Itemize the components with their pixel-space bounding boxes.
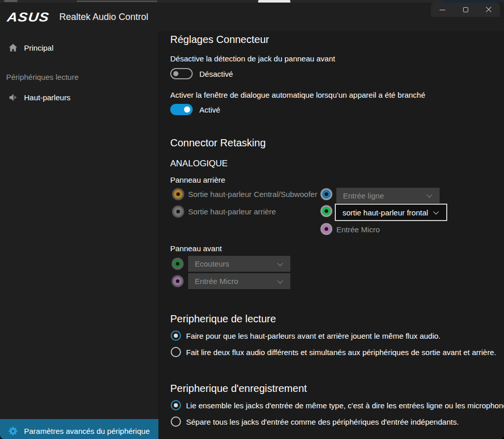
chevron-down-icon xyxy=(277,277,283,283)
line-in-dropdown[interactable]: Entrée ligne xyxy=(336,188,440,203)
sidebar: Principal Périphériques lecture Haut-par… xyxy=(0,31,158,439)
sidebar-item-label: Principal xyxy=(24,43,54,52)
maximize-icon xyxy=(463,7,468,12)
gear-icon xyxy=(7,425,18,436)
sidebar-item-label: Haut-parleurs xyxy=(24,93,71,102)
maximize-button[interactable] xyxy=(454,3,477,17)
toggle-knob xyxy=(184,106,190,113)
section-title-connector-settings: Réglages Connecteur xyxy=(170,34,269,46)
asus-logo: ASUS xyxy=(6,10,50,25)
jack-icon-center-subwoofer xyxy=(172,188,184,200)
subsection-analogique: ANALOGIQUE xyxy=(170,159,227,169)
auto-dialog-toggle[interactable] xyxy=(170,104,193,115)
sidebar-item-speakers[interactable]: Haut-parleurs xyxy=(0,86,158,108)
front-mic-dropdown[interactable]: Entrée Micro xyxy=(188,273,290,289)
rear-jack-label: Sortie haut-parleur Central/Subwoofer xyxy=(188,190,317,199)
rear-jack-label: Sortie haut-parleur arrière xyxy=(188,207,276,216)
background-text-fragment xyxy=(77,1,157,2)
screen: ASUS Realtek Audio Control Principal Pér… xyxy=(0,0,504,439)
sidebar-item-advanced-settings[interactable]: Paramètres avancés du périphérique xyxy=(0,419,158,439)
jack-icon-mic-in xyxy=(320,223,332,235)
chevron-down-icon xyxy=(426,192,432,197)
playback-option-1-radio[interactable] xyxy=(171,331,181,341)
recording-option-1-label: Lie ensemble les jacks d'entrée de même … xyxy=(186,401,504,410)
playback-option-2-radio[interactable] xyxy=(171,347,181,357)
realtek-audio-control-window: ASUS Realtek Audio Control Principal Pér… xyxy=(0,3,504,439)
jack-icon-line-in xyxy=(320,188,332,200)
section-title-recording-device: Peripherique d'enregistrement xyxy=(170,383,307,394)
jack-icon-headphones xyxy=(172,258,184,270)
speaker-icon xyxy=(7,92,18,103)
sidebar-item-principal[interactable]: Principal xyxy=(0,36,158,59)
rear-panel-label: Panneau arrière xyxy=(170,175,225,184)
home-icon xyxy=(7,42,18,53)
mic-in-label: Entrée Micro xyxy=(336,225,380,234)
close-button[interactable] xyxy=(477,3,500,17)
jack-detection-label: Désactive la détection de jack du pannea… xyxy=(170,54,335,63)
jack-icon-front-speaker-out xyxy=(320,205,332,217)
recording-option-1-radio[interactable] xyxy=(171,400,181,410)
sidebar-section-playback-devices: Périphériques lecture xyxy=(6,73,79,81)
window-controls xyxy=(431,3,500,17)
auto-dialog-state: Activé xyxy=(199,105,220,114)
section-title-connector-retasking: Connector Retasking xyxy=(170,137,266,149)
chevron-down-icon xyxy=(433,209,439,214)
title-bar: ASUS Realtek Audio Control xyxy=(0,3,504,31)
front-speaker-out-dropdown[interactable]: sortie haut-parleur frontal xyxy=(335,204,447,221)
section-title-playback-device: Peripherique de lecture xyxy=(170,313,276,325)
chevron-down-icon xyxy=(277,260,283,266)
jack-detection-state: Désactivé xyxy=(199,70,233,78)
toggle-knob xyxy=(173,71,178,76)
window-title: Realtek Audio Control xyxy=(59,12,148,23)
minimize-icon xyxy=(440,10,445,10)
headphones-dropdown[interactable]: Ecouteurs xyxy=(188,256,290,272)
front-panel-label: Panneau avant xyxy=(170,244,222,253)
playback-option-1-label: Faire pour que les haut-parleurs avant e… xyxy=(186,332,441,340)
recording-option-2-radio[interactable] xyxy=(171,416,181,427)
auto-dialog-label: Activer la fenêtre de dialogue automatiq… xyxy=(170,91,425,99)
recording-option-2-label: Sépare tous les jacks d'entrée comme des… xyxy=(186,418,459,426)
jack-icon-front-mic xyxy=(172,275,184,287)
jack-detection-toggle[interactable] xyxy=(170,68,193,79)
jack-icon-rear-speaker xyxy=(172,206,184,217)
minimize-button[interactable] xyxy=(431,3,454,17)
playback-option-2-label: Fait lire deux flux audio différents et … xyxy=(186,348,496,357)
close-icon xyxy=(486,7,492,13)
background-text-fragment xyxy=(4,0,17,2)
sidebar-item-label: Paramètres avancés du périphérique xyxy=(24,427,150,435)
